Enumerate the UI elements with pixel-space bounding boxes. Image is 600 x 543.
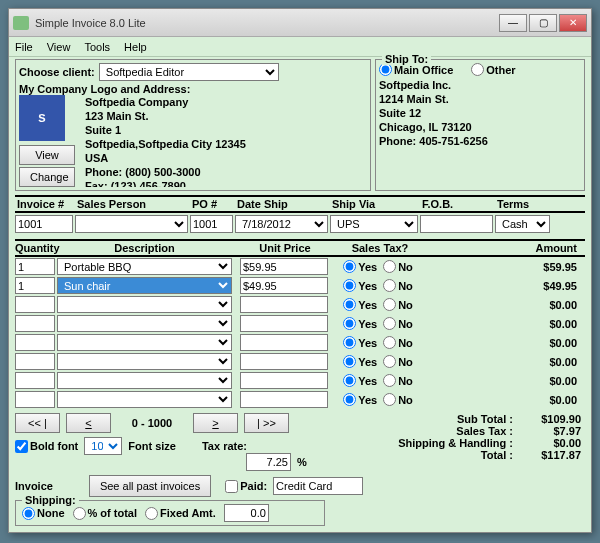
unit-price-input[interactable]: [240, 277, 328, 294]
nav-prev-button[interactable]: <: [66, 413, 111, 433]
amount-value: $0.00: [428, 337, 585, 349]
description-select[interactable]: [57, 315, 232, 332]
unit-price-input[interactable]: [240, 391, 328, 408]
change-logo-button[interactable]: Change: [19, 167, 75, 187]
logo-address-label: My Company Logo and Address:: [19, 83, 367, 95]
shipping-panel: Shipping: None % of total Fixed Amt.: [15, 500, 325, 526]
item-row: Portable BBQYesNo$59.95: [15, 257, 585, 276]
qty-input[interactable]: [15, 296, 55, 313]
menu-help[interactable]: Help: [124, 41, 147, 53]
item-row: YesNo$0.00: [15, 390, 585, 409]
shipping-none-radio[interactable]: None: [22, 504, 65, 522]
unit-price-input[interactable]: [240, 353, 328, 370]
item-row: YesNo$0.00: [15, 352, 585, 371]
description-select[interactable]: [57, 296, 232, 313]
item-row: Sun chairYesNo$49.95: [15, 276, 585, 295]
nav-first-button[interactable]: << |: [15, 413, 60, 433]
menu-view[interactable]: View: [47, 41, 71, 53]
tax-yes-radio[interactable]: Yes: [343, 391, 377, 408]
font-size-select[interactable]: 10: [84, 437, 122, 455]
tax-no-radio[interactable]: No: [383, 334, 413, 351]
qty-input[interactable]: [15, 372, 55, 389]
amount-value: $0.00: [428, 299, 585, 311]
terms-select[interactable]: Cash: [495, 215, 550, 233]
sales-person-select[interactable]: [75, 215, 188, 233]
paid-method-input[interactable]: [273, 477, 363, 495]
tax-yes-radio[interactable]: Yes: [343, 353, 377, 370]
amount-value: $59.95: [428, 261, 585, 273]
item-row: YesNo$0.00: [15, 295, 585, 314]
minimize-button[interactable]: —: [499, 14, 527, 32]
amount-value: $0.00: [428, 375, 585, 387]
app-icon: [13, 16, 29, 30]
tax-yes-radio[interactable]: Yes: [343, 315, 377, 332]
description-select[interactable]: [57, 353, 232, 370]
tax-yes-radio[interactable]: Yes: [343, 277, 377, 294]
unit-price-input[interactable]: [240, 372, 328, 389]
amount-value: $0.00: [428, 394, 585, 406]
qty-input[interactable]: [15, 391, 55, 408]
tax-yes-radio[interactable]: Yes: [343, 296, 377, 313]
shipping-fixed-radio[interactable]: Fixed Amt.: [145, 504, 216, 522]
view-logo-button[interactable]: View: [19, 145, 75, 165]
company-address: Softpedia Company 123 Main St. Suite 1 S…: [85, 95, 246, 187]
shipping-value: $0.00: [521, 437, 581, 449]
client-select[interactable]: Softpedia Editor: [99, 63, 279, 81]
unit-price-input[interactable]: [240, 315, 328, 332]
ship-via-select[interactable]: UPS: [330, 215, 418, 233]
past-invoices-button[interactable]: See all past invoices: [89, 475, 211, 497]
shipto-other-radio[interactable]: Other: [471, 63, 515, 76]
unit-price-input[interactable]: [240, 258, 328, 275]
unit-price-input[interactable]: [240, 334, 328, 351]
titlebar: Simple Invoice 8.0 Lite — ▢ ✕: [9, 9, 591, 37]
choose-client-label: Choose client:: [19, 66, 95, 78]
maximize-button[interactable]: ▢: [529, 14, 557, 32]
invoice-header-row: Invoice # Sales Person PO # Date Ship Sh…: [15, 195, 585, 213]
description-select[interactable]: [57, 334, 232, 351]
unit-price-input[interactable]: [240, 296, 328, 313]
tax-no-radio[interactable]: No: [383, 372, 413, 389]
tax-no-radio[interactable]: No: [383, 277, 413, 294]
close-button[interactable]: ✕: [559, 14, 587, 32]
items-header: Quantity Description Unit Price Sales Ta…: [15, 239, 585, 257]
nav-range: 0 - 1000: [117, 417, 187, 429]
tax-yes-radio[interactable]: Yes: [343, 334, 377, 351]
tax-no-radio[interactable]: No: [383, 296, 413, 313]
description-select[interactable]: [57, 391, 232, 408]
shipto-label: Ship To:: [382, 53, 431, 65]
po-number-input[interactable]: [190, 215, 233, 233]
description-select[interactable]: [57, 372, 232, 389]
company-logo: S: [19, 95, 65, 141]
tax-no-radio[interactable]: No: [383, 391, 413, 408]
tax-no-radio[interactable]: No: [383, 353, 413, 370]
qty-input[interactable]: [15, 353, 55, 370]
menu-file[interactable]: File: [15, 41, 33, 53]
tax-no-radio[interactable]: No: [383, 258, 413, 275]
description-select[interactable]: Portable BBQ: [57, 258, 232, 275]
bold-font-checkbox[interactable]: Bold font: [15, 440, 78, 453]
qty-input[interactable]: [15, 334, 55, 351]
qty-input[interactable]: [15, 315, 55, 332]
nav-last-button[interactable]: | >>: [244, 413, 289, 433]
nav-next-button[interactable]: >: [193, 413, 238, 433]
menu-tools[interactable]: Tools: [84, 41, 110, 53]
font-size-label: Font size: [128, 440, 176, 452]
qty-input[interactable]: [15, 277, 55, 294]
tax-no-radio[interactable]: No: [383, 315, 413, 332]
paid-checkbox[interactable]: Paid:: [225, 480, 267, 493]
date-ship-select[interactable]: 7/18/2012: [235, 215, 328, 233]
tax-yes-radio[interactable]: Yes: [343, 258, 377, 275]
qty-input[interactable]: [15, 258, 55, 275]
tax-yes-radio[interactable]: Yes: [343, 372, 377, 389]
tax-rate-input[interactable]: [246, 453, 291, 471]
description-select[interactable]: Sun chair: [57, 277, 232, 294]
salestax-value: $7.97: [521, 425, 581, 437]
fob-input[interactable]: [420, 215, 493, 233]
shipping-pct-radio[interactable]: % of total: [73, 504, 138, 522]
shipping-amount-input[interactable]: [224, 504, 269, 522]
invoice-number-input[interactable]: [15, 215, 73, 233]
amount-value: $49.95: [428, 280, 585, 292]
tax-rate-label: Tax rate:: [202, 440, 247, 452]
invoice-values-row: 7/18/2012 UPS Cash: [15, 213, 585, 235]
total-value: $117.87: [521, 449, 581, 461]
